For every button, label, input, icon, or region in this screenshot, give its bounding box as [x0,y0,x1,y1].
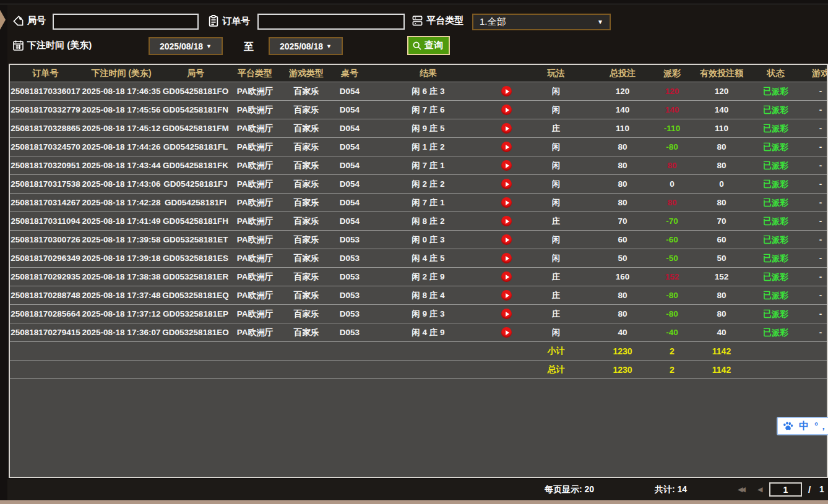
table-row[interactable]: 2508181703110942025-08-18 17:41:49GD0542… [10,212,827,231]
cell-bet_time: 2025-08-18 17:46:35 [81,87,162,96]
ime-punctuation-indicator[interactable]: °， [814,421,828,432]
column-header: 下注时间 (美东) [81,68,162,79]
cell-extra: - [796,161,828,170]
table-row[interactable]: 2508181702963492025-08-18 17:39:18GD0532… [10,249,827,268]
ime-mode-indicator[interactable]: 中 [799,420,809,433]
replay-icon[interactable] [501,86,512,96]
cell-result: 闲 2 庄 2 [367,179,489,190]
total-count-text: 共计: 14 [655,484,687,495]
cell-extra: - [796,216,828,226]
cell-valid-bet: 1142 [688,365,756,375]
order-no-filter: 订单号 [208,15,250,27]
date-from-picker[interactable]: 2025/08/18 ▼ [149,37,223,55]
table-row[interactable]: 2508181703360172025-08-18 17:46:35GD0542… [10,82,827,101]
subtotal-row-label: 小计 [524,346,589,357]
first-page-icon[interactable]: ◀◀ [738,485,743,493]
cell-valid_bet: 80 [688,198,756,207]
query-button[interactable]: 查询 [407,36,450,55]
cell-game_no: GD053258181ER [162,272,230,281]
replay-icon[interactable] [501,105,512,115]
table-row[interactable]: 2508181702856642025-08-18 17:37:12GD0532… [10,305,827,323]
cell-payout: 2 [657,346,688,356]
cell-bet_time: 2025-08-18 17:41:49 [81,216,162,226]
table-row[interactable]: 2508181703142672025-08-18 17:42:28GD0542… [10,194,827,212]
panel-collapse-arrow[interactable] [0,10,6,30]
table-row[interactable]: 2508181703245702025-08-18 17:44:26GD0542… [10,138,827,156]
replay-icon[interactable] [501,197,512,208]
replay-icon[interactable] [501,234,512,245]
status-bar: 每页显示: 20 共计: 14 ◀◀ ◀ / 1 ▶ [7,479,828,500]
cell-game_no: GD053258181ES [162,254,230,263]
date-to-picker[interactable]: 2025/08/18 ▼ [269,37,343,55]
game-no-label: 局号 [27,15,46,27]
cell-game_type: 百家乐 [280,271,332,283]
replay-icon[interactable] [501,179,512,189]
cell-status: 已派彩 [756,142,796,153]
replay-icon[interactable] [501,271,512,282]
cell-bet_time: 2025-08-18 17:37:48 [81,291,162,300]
page-number-input[interactable] [769,482,802,497]
cell-status: 已派彩 [756,105,796,116]
cell-total_bet: 120 [589,87,657,96]
cell-order_no: 250818170288748 [10,291,81,300]
table-row[interactable]: 2508181703288652025-08-18 17:45:12GD0542… [10,119,827,138]
order-no-input[interactable] [257,14,405,30]
cell-result: 闲 0 庄 3 [367,234,489,246]
cell-table_no: D053 [332,272,367,281]
replay-icon[interactable] [501,327,512,338]
cell-total-bet: 1230 [589,365,657,375]
cell-game_type: 百家乐 [280,160,332,171]
cell-play_type: 庄 [524,290,589,301]
table-row[interactable]: 2508181703175382025-08-18 17:43:06GD0542… [10,175,827,194]
page-total: 1 [819,484,824,494]
cell-valid_bet: 152 [688,272,756,281]
cell-total_bet: 80 [589,309,657,318]
cell-table_no: D054 [332,198,367,207]
cell-platform: PA欧洲厅 [230,142,280,153]
cell-payout: -50 [657,254,688,263]
replay-icon[interactable] [501,216,512,226]
cell-status: 已派彩 [756,86,796,97]
cell-game_type: 百家乐 [280,309,332,320]
search-icon [412,41,422,51]
cell-play_type: 闲 [524,160,589,171]
window-top-divider [0,4,828,4]
replay-icon[interactable] [501,309,512,319]
cell-extra: - [796,142,828,152]
cell-game_type: 百家乐 [280,123,332,134]
cell-play_type: 庄 [524,216,589,227]
table-row[interactable]: 2508181702794152025-08-18 17:36:07GD0532… [10,323,827,342]
cell-payout: -80 [657,291,688,300]
cell-table_no: D054 [332,179,367,189]
cell-total_bet: 70 [589,216,657,226]
cell-valid_bet: 0 [688,179,756,189]
cell-result: 闲 2 庄 9 [367,271,489,283]
table-row[interactable]: 2508181703007262025-08-18 17:39:58GD0532… [10,231,827,249]
platform-select[interactable]: 1.全部 ▼ [472,14,611,30]
cell-extra: - [796,272,828,281]
table-row[interactable]: 2508181702887482025-08-18 17:37:48GD0532… [10,286,827,305]
window-bottom-edge [0,500,828,504]
cell-extra: - [796,179,828,189]
table-row[interactable]: 2508181703327792025-08-18 17:45:56GD0542… [10,101,827,119]
cell-order_no: 250818170279415 [10,328,81,337]
tag-icon [12,15,24,27]
game-no-input[interactable] [53,14,199,30]
table-row[interactable]: 2508181702929352025-08-18 17:38:38GD0532… [10,268,827,286]
cell-play_type: 闲 [524,105,589,116]
replay-icon[interactable] [501,142,512,152]
prev-page-icon[interactable]: ◀ [757,485,762,493]
cell-result: 闲 9 庄 5 [367,123,489,134]
cell-game_no: GD054258181FL [162,142,230,152]
replay-icon[interactable] [501,123,512,134]
replay-icon[interactable] [501,290,512,301]
subtotal-row: 小计123021142 [10,342,827,361]
cell-extra: - [796,235,828,244]
ime-toolbar[interactable]: 中 °， [777,417,828,435]
replay-icon[interactable] [501,253,512,263]
cell-platform: PA欧洲厅 [230,253,280,264]
cell-total_bet: 110 [589,124,657,133]
cell-extra: - [796,105,828,114]
replay-icon[interactable] [501,160,512,171]
table-row[interactable]: 2508181703209512025-08-18 17:43:44GD0542… [10,156,827,175]
